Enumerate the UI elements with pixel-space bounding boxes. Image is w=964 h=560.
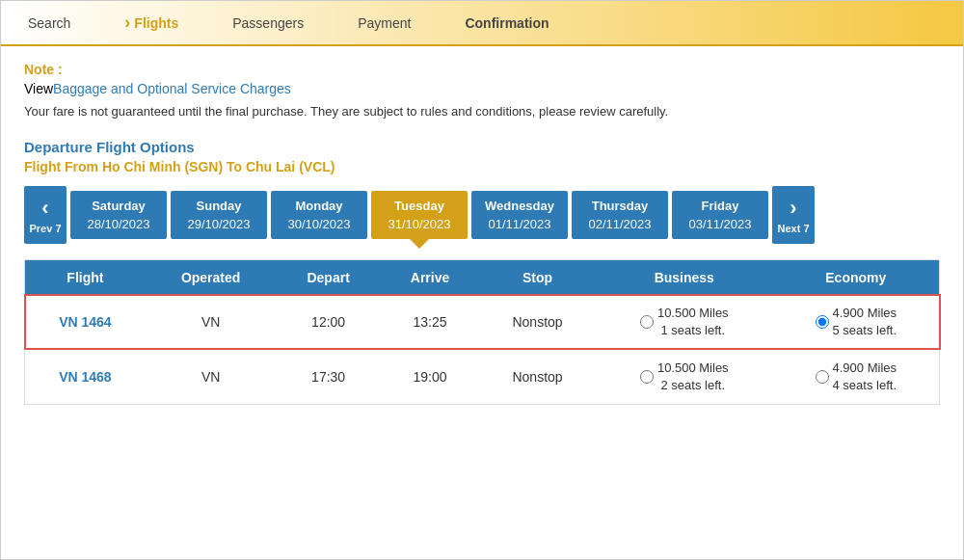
- economy-miles-1: 4.900 Miles4 seats left.: [833, 360, 897, 394]
- col-operated: Operated: [146, 259, 277, 295]
- business-radio-1[interactable]: [640, 370, 654, 384]
- date-cell-2[interactable]: Monday 30/10/2023: [271, 191, 367, 239]
- nav-item-flights[interactable]: Flights: [97, 1, 205, 44]
- day-name-0: Saturday: [80, 199, 157, 213]
- economy-radio-1[interactable]: [816, 370, 829, 384]
- prev-arrow-icon: ‹: [41, 196, 48, 221]
- operated-0: VN: [146, 295, 277, 350]
- flight-table: Flight Operated Depart Arrive Stop Busin…: [24, 259, 940, 406]
- nav-item-payment[interactable]: Payment: [331, 4, 438, 42]
- date-cell-0[interactable]: Saturday 28/10/2023: [70, 191, 167, 239]
- date-value-4: 01/11/2023: [481, 217, 558, 231]
- date-value-1: 29/10/2023: [180, 217, 257, 231]
- economy-1: 4.900 Miles4 seats left.: [773, 349, 940, 404]
- business-0: 10.500 Miles1 seats left.: [596, 295, 773, 350]
- col-flight: Flight: [25, 259, 146, 295]
- depart-0: 12:00: [276, 295, 380, 350]
- note-view-text: View: [24, 81, 53, 96]
- note-body: Your fare is not guaranteed until the fi…: [24, 102, 940, 121]
- day-name-4: Wednesday: [481, 199, 558, 213]
- business-radio-0[interactable]: [640, 315, 654, 329]
- nav-item-confirmation[interactable]: Confirmation: [438, 4, 576, 42]
- date-value-5: 02/11/2023: [581, 217, 658, 231]
- nav-item-search[interactable]: Search: [1, 4, 97, 42]
- day-name-2: Monday: [281, 199, 358, 213]
- day-name-1: Sunday: [180, 199, 257, 213]
- economy-0: 4.900 Miles5 seats left.: [773, 295, 940, 350]
- business-miles-0: 10.500 Miles1 seats left.: [657, 305, 729, 339]
- flight-table-wrapper: Flight Operated Depart Arrive Stop Busin…: [24, 259, 940, 406]
- date-value-0: 28/10/2023: [80, 217, 157, 231]
- col-arrive: Arrive: [381, 259, 479, 295]
- date-value-6: 03/11/2023: [682, 217, 759, 231]
- next-arrow-icon: ›: [790, 196, 796, 221]
- next-arrow-label: Next 7: [777, 223, 809, 234]
- business-radio-cell-1: 10.500 Miles2 seats left.: [607, 360, 762, 394]
- main-container: Search Flights Passengers Payment Confir…: [0, 0, 964, 560]
- table-body: VN 1464 VN 12:00 13:25 Nonstop 10.500 Mi…: [25, 295, 940, 405]
- prev-arrow[interactable]: ‹ Prev 7: [24, 186, 67, 244]
- col-business: Business: [596, 259, 773, 295]
- nav-bar: Search Flights Passengers Payment Confir…: [1, 1, 963, 46]
- date-navigation: ‹ Prev 7 Saturday 28/10/2023 Sunday 29/1…: [24, 186, 940, 244]
- col-depart: Depart: [276, 259, 380, 295]
- economy-radio-cell-1: 4.900 Miles4 seats left.: [785, 360, 927, 394]
- col-stop: Stop: [479, 259, 596, 295]
- stop-1: Nonstop: [479, 349, 596, 404]
- col-economy: Economy: [773, 259, 940, 295]
- next-arrow[interactable]: › Next 7: [772, 186, 815, 244]
- table-header: Flight Operated Depart Arrive Stop Busin…: [25, 259, 940, 295]
- day-name-6: Friday: [682, 199, 759, 213]
- date-cell-1[interactable]: Sunday 29/10/2023: [171, 191, 267, 239]
- business-1: 10.500 Miles2 seats left.: [596, 349, 773, 404]
- departure-heading: Departure Flight Options: [24, 139, 940, 155]
- economy-radio-cell-0: 4.900 Miles5 seats left.: [785, 305, 927, 339]
- day-name-3: Tuesday: [381, 199, 458, 213]
- note-section: Note : ViewBaggage and Optional Service …: [24, 62, 940, 121]
- arrive-1: 19:00: [381, 349, 479, 404]
- date-cell-5[interactable]: Thursday 02/11/2023: [572, 191, 668, 239]
- flight-code-0: VN 1464: [25, 295, 146, 350]
- economy-miles-0: 4.900 Miles5 seats left.: [833, 305, 897, 339]
- operated-1: VN: [146, 349, 277, 404]
- arrive-0: 13:25: [381, 295, 479, 350]
- date-value-3: 31/10/2023: [381, 217, 458, 231]
- table-row: VN 1464 VN 12:00 13:25 Nonstop 10.500 Mi…: [25, 295, 940, 350]
- economy-radio-0[interactable]: [816, 315, 829, 329]
- table-row: VN 1468 VN 17:30 19:00 Nonstop 10.500 Mi…: [25, 349, 940, 404]
- business-miles-1: 10.500 Miles2 seats left.: [657, 360, 729, 394]
- content-area: Note : ViewBaggage and Optional Service …: [1, 46, 963, 420]
- note-link-line: ViewBaggage and Optional Service Charges: [24, 81, 940, 96]
- depart-1: 17:30: [276, 349, 380, 404]
- baggage-link[interactable]: Baggage and Optional Service Charges: [53, 81, 291, 96]
- business-radio-cell-0: 10.500 Miles1 seats left.: [607, 305, 762, 339]
- date-cell-6[interactable]: Friday 03/11/2023: [672, 191, 768, 239]
- flight-code-1: VN 1468: [25, 349, 146, 404]
- note-label: Note :: [24, 62, 940, 77]
- day-name-5: Thursday: [581, 199, 658, 213]
- prev-arrow-label: Prev 7: [29, 223, 61, 234]
- route-heading: Flight From Ho Chi Minh (SGN) To Chu Lai…: [24, 159, 940, 174]
- date-cell-4[interactable]: Wednesday 01/11/2023: [471, 191, 568, 239]
- stop-0: Nonstop: [479, 295, 596, 350]
- date-value-2: 30/10/2023: [281, 217, 358, 231]
- nav-item-passengers[interactable]: Passengers: [205, 4, 331, 42]
- date-cell-3[interactable]: Tuesday 31/10/2023: [371, 191, 468, 239]
